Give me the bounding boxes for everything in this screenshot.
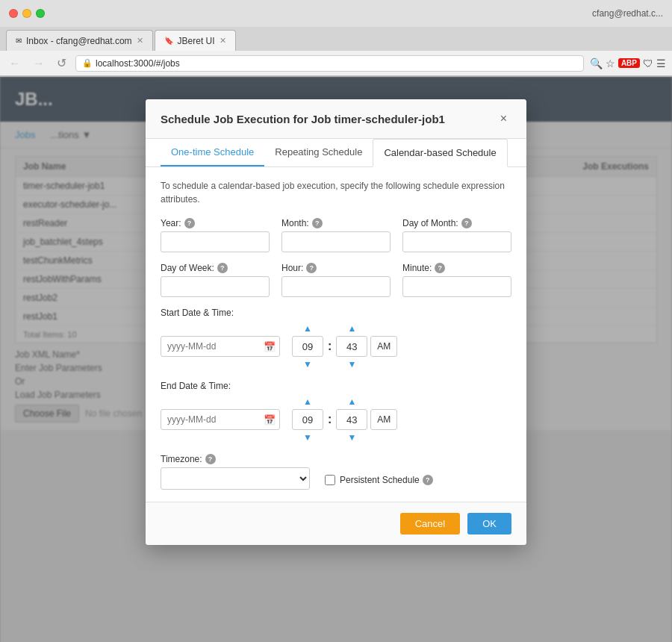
- start-time-group: ▲ ▼ : ▲ ▼ AM: [292, 322, 397, 370]
- timezone-row: Timezone: ? Persistent Schedule ?: [161, 454, 511, 490]
- day-of-month-group: Day of Month: ?: [402, 218, 511, 252]
- main-content: JB... Jobs ...tions ▼ Job Name Job Execu…: [0, 77, 672, 642]
- tab-jberet-label: JBeret UI: [178, 36, 215, 46]
- form-row-1: Year: ? Month: ? Day o: [161, 218, 511, 252]
- day-of-week-help-icon[interactable]: ?: [217, 263, 228, 273]
- minute-help-icon[interactable]: ?: [435, 263, 445, 273]
- start-minute-up[interactable]: ▲: [346, 322, 358, 334]
- start-minute-down[interactable]: ▼: [346, 358, 358, 370]
- day-of-month-label: Day of Month: ?: [402, 218, 511, 228]
- start-hour-col: ▲ ▼: [292, 322, 323, 370]
- year-group: Year: ?: [161, 218, 270, 252]
- ok-button[interactable]: OK: [467, 513, 511, 535]
- minute-group: Minute: ?: [402, 263, 511, 297]
- modal-title: Schedule Job Execution for Job timer-sch…: [161, 113, 445, 125]
- start-hour-down[interactable]: ▼: [302, 358, 314, 370]
- hour-input[interactable]: [281, 276, 391, 297]
- timezone-group: Timezone: ?: [161, 454, 310, 490]
- refresh-button[interactable]: ↺: [54, 56, 69, 70]
- tab-jberet-close[interactable]: ✕: [220, 36, 226, 46]
- modal-tabs: One-time Schedule Repeating Schedule Cal…: [146, 139, 526, 167]
- hour-label: Hour: ?: [281, 263, 391, 273]
- persistent-help-icon[interactable]: ?: [423, 475, 433, 485]
- start-date-wrapper: 📅: [161, 336, 280, 357]
- day-of-month-help-icon[interactable]: ?: [461, 218, 472, 228]
- hour-help-icon[interactable]: ?: [306, 263, 317, 273]
- menu-icon[interactable]: ☰: [656, 57, 666, 69]
- tab-inbox[interactable]: ✉ Inbox - cfang@redhat.com ✕: [6, 30, 153, 51]
- start-datetime-row: 📅 ▲ ▼ : ▲ ▼: [161, 322, 511, 370]
- end-time-group: ▲ ▼ : ▲ ▼ AM: [292, 396, 397, 443]
- url-text: localhost:3000/#/jobs: [96, 58, 180, 69]
- persistent-checkbox[interactable]: [325, 475, 335, 485]
- tab-jberet[interactable]: 🔖 JBeret UI ✕: [155, 30, 236, 51]
- timezone-label: Timezone: ?: [161, 454, 310, 464]
- url-bar[interactable]: 🔒 localhost:3000/#/jobs: [75, 55, 584, 72]
- end-calendar-icon[interactable]: 📅: [264, 414, 276, 426]
- end-hour-col: ▲ ▼: [292, 396, 323, 443]
- hour-group: Hour: ?: [281, 263, 391, 297]
- tab-repeating-schedule[interactable]: Repeating Schedule: [264, 139, 373, 166]
- maximize-traffic-light[interactable]: [36, 9, 45, 18]
- month-help-icon[interactable]: ?: [312, 218, 323, 228]
- start-date-input[interactable]: [161, 336, 280, 357]
- form-row-2: Day of Week: ? Hour: ?: [161, 263, 511, 297]
- traffic-lights: [9, 9, 45, 18]
- persistent-group: Persistent Schedule ?: [325, 454, 433, 485]
- user-email: cfang@redhat.c...: [592, 8, 663, 19]
- month-input[interactable]: [281, 231, 391, 252]
- minute-input[interactable]: [402, 276, 511, 297]
- minimize-traffic-light[interactable]: [22, 9, 31, 18]
- tab-one-time-schedule[interactable]: One-time Schedule: [161, 139, 264, 166]
- start-datetime-label: Start Date & Time:: [161, 308, 511, 318]
- forward-button[interactable]: →: [30, 57, 48, 70]
- day-of-week-label: Day of Week: ?: [161, 263, 270, 273]
- browser-actions: 🔍 ☆ ABP 🛡 ☰: [590, 57, 666, 69]
- close-traffic-light[interactable]: [9, 9, 18, 18]
- tab-bar: ✉ Inbox - cfang@redhat.com ✕ 🔖 JBeret UI…: [0, 27, 672, 51]
- end-datetime-section: End Date & Time: 📅 ▲ ▼ :: [161, 381, 511, 443]
- end-minute-input[interactable]: [336, 409, 367, 430]
- bookmark-icon[interactable]: ☆: [606, 57, 615, 69]
- end-datetime-row: 📅 ▲ ▼ : ▲ ▼: [161, 396, 511, 443]
- end-datetime-label: End Date & Time:: [161, 381, 511, 391]
- start-hour-up[interactable]: ▲: [302, 322, 314, 334]
- modal-close-button[interactable]: ×: [496, 111, 511, 126]
- timezone-select[interactable]: [161, 467, 310, 490]
- tab-inbox-label: Inbox - cfang@redhat.com: [26, 36, 132, 46]
- year-input[interactable]: [161, 231, 270, 252]
- modal-footer: Cancel OK: [146, 502, 526, 545]
- start-minute-input[interactable]: [336, 336, 367, 357]
- search-icon[interactable]: 🔍: [590, 57, 603, 69]
- year-help-icon[interactable]: ?: [184, 218, 195, 228]
- end-time-colon: :: [328, 413, 332, 426]
- end-ampm-button[interactable]: AM: [370, 409, 397, 430]
- start-minute-col: ▲ ▼: [336, 322, 367, 370]
- title-bar: cfang@redhat.c...: [0, 0, 672, 27]
- shield-icon: 🛡: [643, 57, 653, 69]
- end-date-input[interactable]: [161, 409, 280, 430]
- lock-icon: 🔒: [82, 58, 93, 68]
- browser-chrome: cfang@redhat.c... ✉ Inbox - cfang@redhat…: [0, 0, 672, 77]
- back-button[interactable]: ←: [6, 57, 24, 70]
- start-time-colon: :: [328, 340, 332, 353]
- omnibar: ← → ↺ 🔒 localhost:3000/#/jobs 🔍 ☆ ABP 🛡 …: [0, 51, 672, 76]
- end-hour-input[interactable]: [292, 409, 323, 430]
- start-calendar-icon[interactable]: 📅: [264, 341, 276, 352]
- tab-inbox-close[interactable]: ✕: [137, 36, 143, 46]
- end-minute-col: ▲ ▼: [336, 396, 367, 443]
- start-ampm-button[interactable]: AM: [370, 336, 397, 357]
- day-of-month-input[interactable]: [402, 231, 511, 252]
- end-date-wrapper: 📅: [161, 409, 280, 430]
- end-hour-up[interactable]: ▲: [302, 396, 314, 408]
- minute-label: Minute: ?: [402, 263, 511, 273]
- timezone-help-icon[interactable]: ?: [205, 454, 216, 464]
- cancel-button[interactable]: Cancel: [400, 513, 460, 535]
- end-minute-down[interactable]: ▼: [346, 431, 358, 443]
- day-of-week-input[interactable]: [161, 276, 270, 297]
- tab-calendar-based-schedule[interactable]: Calendar-based Schedule: [373, 139, 507, 167]
- end-hour-down[interactable]: ▼: [302, 431, 314, 443]
- start-hour-input[interactable]: [292, 336, 323, 357]
- end-minute-up[interactable]: ▲: [346, 396, 358, 408]
- modal-body: To schedule a calendar-based job executi…: [146, 167, 526, 502]
